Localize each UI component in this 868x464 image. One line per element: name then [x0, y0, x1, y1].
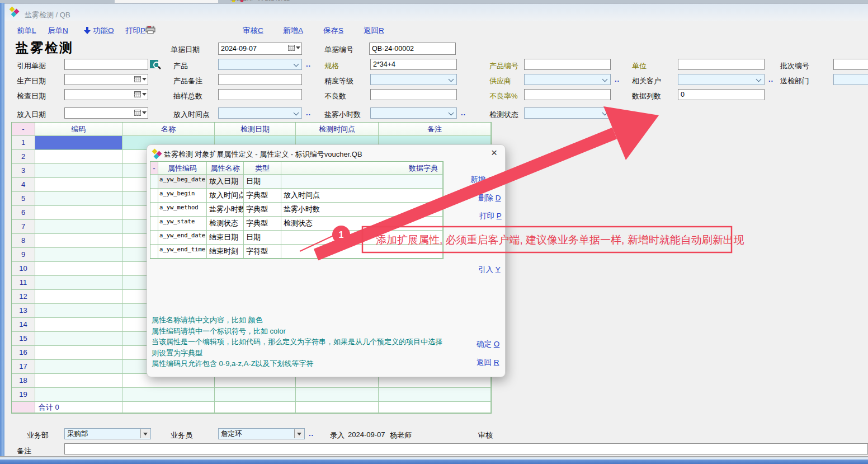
- grid-cell[interactable]: [296, 388, 379, 402]
- grid-cell[interactable]: [35, 346, 122, 360]
- attribute-code-cell[interactable]: a_yw_beg_date: [158, 175, 207, 189]
- toolbar-button-L[interactable]: 前单L: [17, 26, 36, 36]
- attribute-cell[interactable]: 结束时刻: [207, 245, 244, 259]
- combo-送检部门[interactable]: [833, 74, 868, 85]
- attribute-cell[interactable]: [150, 245, 158, 259]
- combo-供应商[interactable]: [524, 74, 611, 85]
- grid-cell[interactable]: [35, 178, 122, 192]
- attribute-cell[interactable]: 放入日期: [207, 175, 244, 189]
- attribute-code-cell[interactable]: a_yw_method: [158, 203, 207, 217]
- input-数据列数[interactable]: 0: [678, 89, 765, 100]
- attribute-cell[interactable]: 检测状态: [207, 217, 244, 231]
- grid-cell[interactable]: [35, 360, 122, 374]
- combo-产品[interactable]: [218, 59, 302, 70]
- attribute-code-cell[interactable]: a_yw_state: [158, 217, 207, 231]
- row-number-cell[interactable]: 1: [12, 136, 35, 150]
- attribute-cell[interactable]: [150, 231, 158, 245]
- attribute-cell[interactable]: 字典型: [244, 203, 281, 217]
- grid-cell[interactable]: [35, 262, 122, 276]
- row-number-cell[interactable]: 8: [12, 234, 35, 248]
- row-number-cell[interactable]: 19: [12, 388, 35, 402]
- row-number-cell[interactable]: 13: [12, 304, 35, 318]
- attribute-cell[interactable]: [281, 175, 443, 189]
- row-number-cell[interactable]: 2: [12, 150, 35, 164]
- combo-盐雾小时数[interactable]: [370, 107, 457, 119]
- input-不良数[interactable]: [370, 89, 457, 100]
- dropdown-button[interactable]: [294, 429, 304, 438]
- row-number-cell[interactable]: 15: [12, 332, 35, 346]
- grid-cell[interactable]: [35, 332, 122, 346]
- grid-cell[interactable]: [35, 206, 122, 220]
- input-批次编号[interactable]: [833, 59, 868, 70]
- row-number-cell[interactable]: 17: [12, 360, 35, 374]
- datepicker-放入日期[interactable]: [64, 107, 148, 119]
- row-number-cell[interactable]: 18: [12, 374, 35, 388]
- input-抽样总数[interactable]: [218, 89, 302, 100]
- toolbar-button-A[interactable]: 新增A: [283, 26, 303, 36]
- attribute-cell[interactable]: 日期: [244, 175, 281, 189]
- input-单据编号[interactable]: QB-24-00002: [369, 43, 456, 55]
- datepicker-生产日期[interactable]: [64, 74, 148, 85]
- ellipsis-editor-link[interactable]: ..: [461, 109, 466, 117]
- attribute-cell[interactable]: [150, 189, 158, 203]
- attribute-cell[interactable]: 字典型: [244, 217, 281, 231]
- row-number-cell[interactable]: 9: [12, 248, 35, 262]
- grid-cell[interactable]: [35, 374, 122, 388]
- grid-cell[interactable]: [35, 150, 122, 164]
- row-number-cell[interactable]: 10: [12, 262, 35, 276]
- ellipsis-editor-link[interactable]: ..: [309, 429, 314, 438]
- toolbar-button-P[interactable]: 打印P: [125, 26, 145, 36]
- row-number-cell[interactable]: 4: [12, 178, 35, 192]
- row-number-cell[interactable]: 11: [12, 276, 35, 290]
- grid-cell[interactable]: [379, 388, 491, 402]
- row-number-cell[interactable]: 7: [12, 220, 35, 234]
- grid-cell[interactable]: [35, 388, 122, 402]
- datepicker-单据日期[interactable]: 2024-09-07: [218, 43, 302, 55]
- toolbar-button-N[interactable]: 后单N: [48, 26, 68, 36]
- attribute-cell[interactable]: 盐雾小时数: [207, 203, 244, 217]
- ellipsis-editor-link[interactable]: ..: [306, 109, 311, 117]
- attribute-cell[interactable]: 结束日期: [207, 231, 244, 245]
- printer-icon[interactable]: [145, 26, 155, 36]
- attribute-cell[interactable]: 检测状态: [281, 217, 443, 231]
- input-产品备注[interactable]: [218, 74, 302, 85]
- grid-cell[interactable]: [35, 248, 122, 262]
- attribute-cell[interactable]: [150, 217, 158, 231]
- grid-cell[interactable]: [35, 136, 122, 150]
- attribute-code-cell[interactable]: a_yw_end_time: [158, 245, 207, 259]
- ellipsis-editor-link[interactable]: ..: [768, 75, 773, 83]
- input-不良率%[interactable]: [524, 89, 611, 100]
- attribute-cell[interactable]: 放入时间点: [281, 189, 443, 203]
- dialog-button-A[interactable]: 新增 A: [470, 175, 493, 185]
- attribute-cell[interactable]: [281, 245, 443, 259]
- combo-业务员[interactable]: 詹定环: [218, 428, 305, 439]
- close-icon[interactable]: ×: [491, 147, 497, 159]
- combo-业务部[interactable]: 采购部: [64, 428, 151, 439]
- grid-cell[interactable]: [35, 290, 122, 304]
- search-icon[interactable]: [150, 59, 161, 72]
- grid-cell[interactable]: [35, 304, 122, 318]
- grid-cell[interactable]: [35, 234, 122, 248]
- row-number-cell[interactable]: 12: [12, 290, 35, 304]
- attribute-cell[interactable]: [150, 203, 158, 217]
- ellipsis-editor-link[interactable]: ..: [306, 60, 311, 68]
- dialog-button-Y[interactable]: 引入 Y: [478, 265, 501, 275]
- dialog-button-D[interactable]: 删除 D: [478, 193, 501, 203]
- attribute-cell[interactable]: 日期: [244, 231, 281, 245]
- row-number-cell[interactable]: 5: [12, 192, 35, 206]
- attribute-code-cell[interactable]: a_yw_begin: [158, 189, 207, 203]
- attribute-cell[interactable]: 放入时间点: [207, 189, 244, 203]
- row-number-cell[interactable]: 6: [12, 206, 35, 220]
- grid-cell[interactable]: [35, 318, 122, 332]
- grid-cell[interactable]: [215, 388, 296, 402]
- combo-精度等级[interactable]: [370, 74, 457, 85]
- toolbar-button-R[interactable]: 返回R: [364, 26, 384, 36]
- input-备注[interactable]: [64, 443, 868, 454]
- combo-相关客户[interactable]: [678, 74, 765, 85]
- ellipsis-editor-link[interactable]: ..: [615, 75, 620, 83]
- attribute-cell[interactable]: 字典型: [244, 189, 281, 203]
- attribute-cell[interactable]: 字符型: [244, 245, 281, 259]
- grid-cell[interactable]: [35, 192, 122, 206]
- attribute-cell[interactable]: [150, 175, 158, 189]
- dialog-button-O[interactable]: 确定 O: [477, 339, 499, 349]
